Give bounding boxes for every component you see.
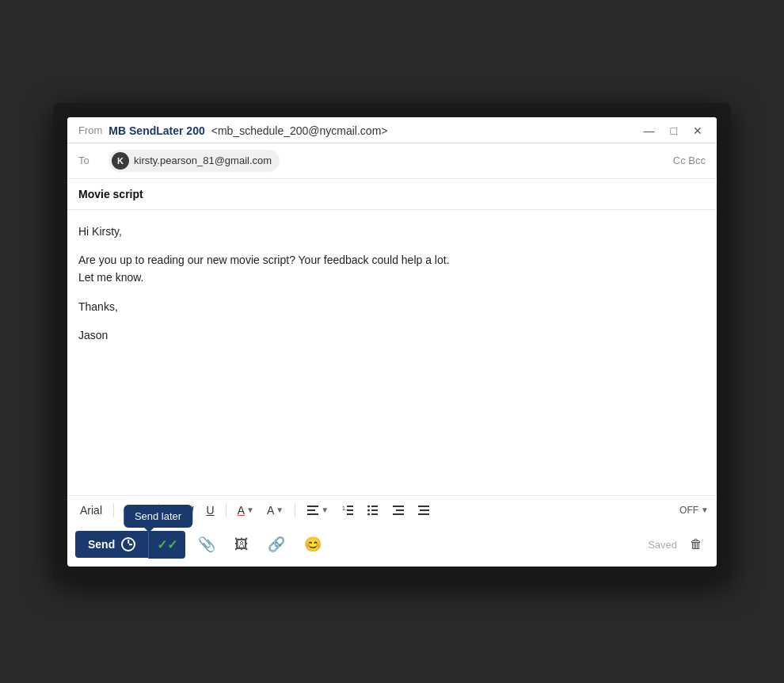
subject-text: Movie script [78,188,143,200]
svg-rect-5 [347,509,353,511]
align-button[interactable]: ▼ [302,501,333,520]
svg-rect-17 [420,509,429,511]
sep2 [158,503,159,517]
svg-rect-2 [307,513,318,515]
trash-icon: 🗑 [690,537,702,551]
send-confirm-button[interactable]: ✓✓ [148,531,185,559]
email-body[interactable]: Hi Kirsty, Are you up to reading our new… [67,210,717,495]
sep1 [113,503,114,517]
svg-rect-12 [371,513,378,515]
recipient-email: kirsty.pearson_81@gmail.com [134,155,272,166]
font-color-button[interactable]: A ▼ [233,501,259,520]
underline-button[interactable]: U [202,501,219,520]
attach-button[interactable]: 📎 [192,531,222,558]
minimize-button[interactable]: — [641,124,658,138]
saved-label: Saved [648,539,677,551]
unordered-list-icon [367,504,379,517]
check-icon: ✓✓ [157,537,177,552]
svg-rect-1 [307,509,315,511]
to-label: To [78,155,102,166]
body-paragraph1: Are you up to reading our new movie scri… [78,251,706,287]
delete-button[interactable]: 🗑 [683,532,709,556]
ordered-list-button[interactable]: 1. [337,501,359,520]
highlight-chevron: ▼ [276,506,284,514]
sender-name: MB SendLater 200 [108,124,204,137]
clock-icon [121,537,135,551]
body-closing: Thanks, [78,298,706,315]
highlight-icon: A [267,504,274,517]
svg-text:1.: 1. [342,506,347,511]
bold-button[interactable]: B [166,501,183,520]
svg-point-9 [367,509,370,511]
attach-icon: 📎 [198,536,215,552]
link-icon: 🔗 [268,536,285,552]
svg-rect-15 [393,513,404,515]
svg-rect-13 [393,506,404,507]
image-icon: 🖼 [234,536,249,552]
svg-rect-6 [347,513,353,515]
svg-rect-8 [371,506,378,507]
recipient-chip[interactable]: K kirsty.pearson_81@gmail.com [108,150,280,172]
unordered-list-button[interactable] [362,501,384,520]
indent-increase-button[interactable] [413,501,435,520]
close-button[interactable]: ✕ [690,124,706,138]
font-select[interactable]: Arial [75,501,107,520]
send-button-group: Send later Send ✓✓ [75,531,185,559]
emoji-button[interactable]: 😊 [298,531,328,558]
svg-point-11 [367,513,370,515]
svg-rect-14 [396,509,404,511]
sep3 [226,503,226,517]
align-chevron: ▼ [321,506,329,514]
svg-rect-4 [347,506,353,507]
emoji-icon: 😊 [304,536,322,552]
maximize-button[interactable]: □ [668,124,680,138]
from-label: From [78,124,102,136]
to-row: To K kirsty.pearson_81@gmail.com Cc Bcc [67,143,717,179]
svg-rect-0 [307,506,318,507]
svg-rect-16 [418,506,429,507]
italic-button[interactable]: I [186,501,199,520]
ordered-list-icon: 1. [341,504,354,517]
off-chevron: ▼ [701,506,709,514]
body-greeting: Hi Kirsty, [78,223,706,240]
svg-point-7 [367,505,370,507]
svg-rect-18 [418,513,429,515]
send-button[interactable]: Send [75,531,148,558]
recipient-avatar: K [112,152,129,170]
send-label: Send [88,538,115,551]
font-color-chevron: ▼ [246,506,254,514]
cc-bcc-button[interactable]: Cc Bcc [673,155,706,166]
font-size-chevron: ▼ [139,506,147,514]
highlight-color-button[interactable]: A ▼ [262,501,288,520]
sender-email: <mb_schedule_200@nycmail.com> [211,124,388,137]
action-toolbar: Send later Send ✓✓ 📎 🖼 🔗 😊 [67,525,717,567]
indent-decrease-icon [392,504,405,517]
formatting-toolbar: Arial 10 ▼ B I U A ▼ A ▼ [67,495,717,525]
image-button[interactable]: 🖼 [228,532,255,558]
sep4 [295,503,295,517]
align-icon [306,504,319,517]
indent-increase-icon [417,504,430,517]
font-size-select[interactable]: 10 ▼ [120,501,151,520]
link-button[interactable]: 🔗 [261,531,291,558]
off-badge: OFF ▼ [679,505,709,516]
subject-row: Movie script [67,179,717,210]
body-signature: Jason [78,326,706,344]
indent-decrease-button[interactable] [387,501,409,520]
svg-rect-10 [371,509,378,511]
font-color-icon: A [238,504,245,517]
